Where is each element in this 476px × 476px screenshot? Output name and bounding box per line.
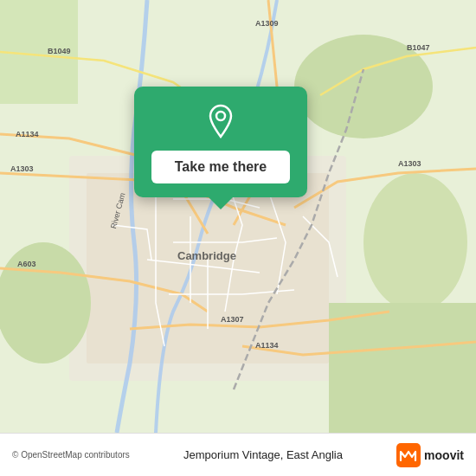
svg-text:Cambridge: Cambridge: [177, 249, 236, 262]
svg-text:A1303: A1303: [10, 164, 34, 173]
svg-text:A1309: A1309: [255, 19, 279, 28]
svg-text:A1307: A1307: [221, 315, 244, 324]
svg-point-6: [0, 242, 91, 363]
location-pin-icon: [202, 102, 240, 140]
svg-text:B1047: B1047: [407, 43, 430, 52]
svg-point-20: [216, 112, 225, 120]
svg-rect-7: [329, 303, 476, 433]
place-info: Jemporium Vintage, East Anglia: [183, 448, 343, 461]
svg-text:A1134: A1134: [16, 130, 39, 138]
take-me-there-button[interactable]: Take me there: [151, 151, 290, 183]
popup-card: Take me there: [134, 87, 307, 197]
moovit-text: moovit: [424, 448, 464, 462]
svg-text:A1134: A1134: [255, 341, 279, 350]
moovit-brand: moovit: [396, 443, 464, 467]
svg-text:A1303: A1303: [398, 159, 421, 168]
map-attribution: © OpenStreetMap contributors: [12, 450, 130, 460]
svg-point-4: [363, 173, 467, 312]
map-container: A1309 B1049 B1047 A1134 A1303 A1303 A603…: [0, 0, 476, 433]
moovit-icon: [396, 443, 421, 467]
svg-text:B1049: B1049: [48, 47, 71, 55]
svg-text:A603: A603: [17, 260, 36, 268]
bottom-bar: © OpenStreetMap contributors Jemporium V…: [0, 433, 476, 476]
